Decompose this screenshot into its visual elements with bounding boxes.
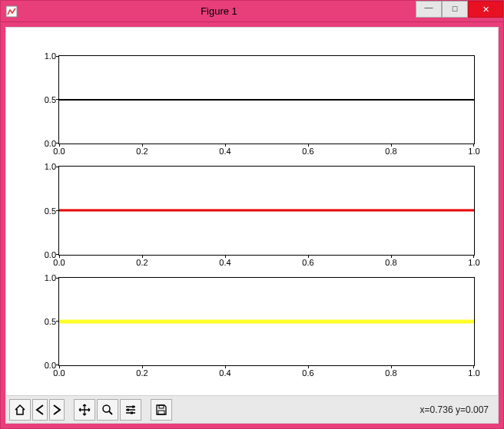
- save-icon: [155, 404, 167, 416]
- x-axis-ticks: 0.0 0.2 0.4 0.6 0.8 1.0: [59, 258, 474, 269]
- svg-rect-4: [131, 411, 133, 414]
- ytick-label: 0.5: [35, 206, 56, 216]
- figure-window: Figure 1 — ☐ ✕ 0.0 0.5 1.0 0.0: [0, 0, 504, 429]
- line-series-yellow: [59, 319, 474, 323]
- zoom-icon: [101, 404, 114, 416]
- inner-frame: 0.0 0.5 1.0 0.0 0.2 0.4 0.6 0.8 1.0: [5, 27, 499, 424]
- ytick-label: 0.5: [35, 317, 56, 326]
- arrow-right-icon: [51, 404, 63, 416]
- xtick-label: 0.2: [136, 147, 148, 156]
- y-axis-ticks: 0.0 0.5 1.0: [35, 56, 56, 144]
- xtick-label: 0.8: [385, 147, 396, 156]
- subplot-3[interactable]: 0.0 0.5 1.0 0.0 0.2 0.4 0.6 0.8 1.0: [58, 277, 475, 366]
- configure-button[interactable]: [120, 399, 141, 421]
- xtick-label: 1.0: [468, 368, 479, 378]
- xtick-label: 0.6: [302, 368, 313, 378]
- arrow-left-icon: [34, 404, 46, 416]
- xtick-label: 0.4: [219, 258, 230, 267]
- move-icon: [78, 404, 91, 416]
- svg-rect-6: [158, 411, 164, 414]
- home-button[interactable]: [9, 399, 31, 421]
- forward-button[interactable]: [49, 399, 65, 421]
- xtick-label: 0.2: [136, 368, 148, 378]
- pan-button[interactable]: [74, 399, 95, 421]
- ytick-label: 1.0: [35, 51, 56, 61]
- nav-toolbar: x=0.736 y=0.007: [6, 395, 498, 423]
- subplot-2[interactable]: 0.0 0.5 1.0 0.0 0.2 0.4 0.6 0.8 1.0: [58, 166, 475, 255]
- xtick-label: 0.4: [219, 147, 230, 156]
- ytick-label: 0.5: [35, 95, 56, 104]
- cursor-coordinates: x=0.736 y=0.007: [420, 404, 489, 415]
- xtick-label: 0.8: [385, 258, 396, 267]
- xtick-label: 0.8: [385, 368, 396, 378]
- svg-rect-2: [132, 405, 134, 408]
- xtick-label: 0.4: [219, 368, 230, 378]
- xtick-label: 1.0: [468, 147, 479, 156]
- xtick-label: 1.0: [468, 258, 479, 267]
- x-axis-ticks: 0.0 0.2 0.4 0.6 0.8 1.0: [59, 368, 474, 379]
- svg-rect-3: [127, 408, 129, 411]
- home-icon: [14, 404, 26, 416]
- titlebar[interactable]: Figure 1 — ☐ ✕: [1, 1, 503, 22]
- maximize-button[interactable]: ☐: [442, 1, 468, 18]
- subplot-grid: 0.0 0.5 1.0 0.0 0.2 0.4 0.6 0.8 1.0: [58, 55, 475, 366]
- minimize-button[interactable]: —: [416, 1, 442, 18]
- close-button[interactable]: ✕: [468, 1, 503, 18]
- window-buttons: — ☐ ✕: [416, 1, 503, 21]
- app-icon: [1, 1, 22, 21]
- sliders-icon: [124, 404, 137, 416]
- x-axis-ticks: 0.0 0.2 0.4 0.6 0.8 1.0: [59, 147, 474, 157]
- xtick-label: 0.0: [53, 147, 65, 156]
- y-axis-ticks: 0.0 0.5 1.0: [35, 167, 56, 254]
- xtick-label: 0.6: [302, 258, 313, 267]
- ytick-label: 1.0: [35, 162, 56, 171]
- svg-point-1: [103, 405, 110, 412]
- window-title: Figure 1: [22, 1, 416, 21]
- line-series-red: [59, 210, 474, 212]
- subplot-1[interactable]: 0.0 0.5 1.0 0.0 0.2 0.4 0.6 0.8 1.0: [58, 55, 475, 144]
- xtick-label: 0.2: [136, 258, 148, 267]
- ytick-label: 1.0: [35, 273, 56, 282]
- xtick-label: 0.6: [302, 147, 313, 156]
- xtick-label: 0.0: [53, 258, 65, 267]
- y-axis-ticks: 0.0 0.5 1.0: [35, 278, 56, 365]
- zoom-button[interactable]: [97, 399, 118, 421]
- xtick-label: 0.0: [53, 368, 65, 378]
- back-button[interactable]: [32, 399, 48, 421]
- plot-canvas[interactable]: 0.0 0.5 1.0 0.0 0.2 0.4 0.6 0.8 1.0: [6, 28, 498, 395]
- save-button[interactable]: [151, 399, 172, 421]
- line-series-black: [59, 99, 474, 101]
